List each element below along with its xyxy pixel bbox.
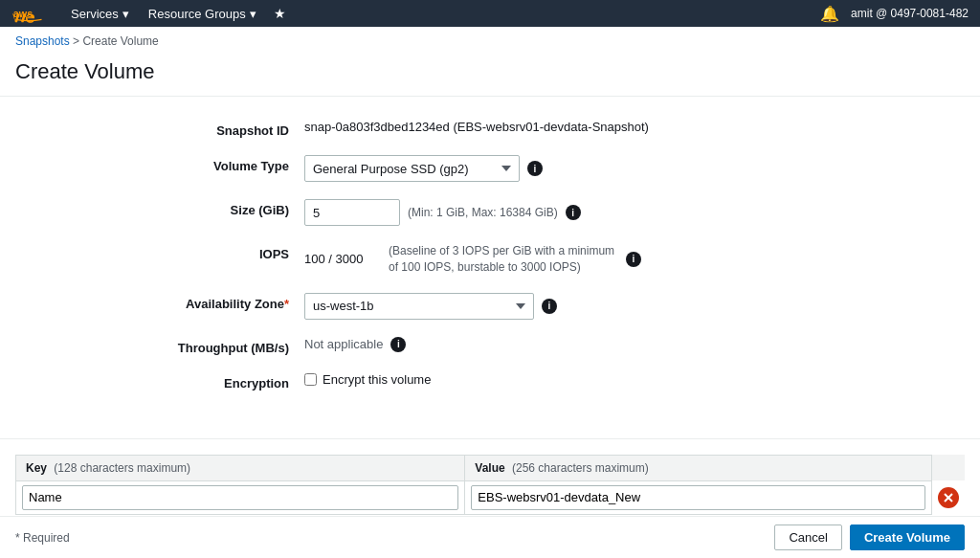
snapshot-id-row: Snapshot ID snap-0a803f3dbed1234ed (EBS-… xyxy=(132,120,848,138)
iops-value: 100 / 3000 (Baseline of 3 IOPS per GiB w… xyxy=(304,243,848,276)
throughput-value: Not applicable i xyxy=(304,337,848,352)
snapshot-id-text: snap-0a803f3dbed1234ed (EBS-websrv01-dev… xyxy=(304,120,649,134)
availability-zone-value: us-west-1a us-west-1b us-west-1c i xyxy=(304,293,848,320)
services-chevron-icon: ▾ xyxy=(122,7,129,21)
size-info-icon[interactable]: i xyxy=(566,205,581,220)
encrypt-label[interactable]: Encrypt this volume xyxy=(323,372,431,387)
snapshot-id-value: snap-0a803f3dbed1234ed (EBS-websrv01-dev… xyxy=(304,120,848,134)
volume-type-value: General Purpose SSD (gp2) Provisioned IO… xyxy=(304,155,848,182)
availability-zone-label: Availability Zone* xyxy=(132,293,304,311)
notifications-bell-icon[interactable]: 🔔 xyxy=(820,5,839,23)
cancel-button[interactable]: Cancel xyxy=(774,525,841,550)
create-volume-form: Snapshot ID snap-0a803f3dbed1234ed (EBS-… xyxy=(117,97,863,431)
value-column-header: Value (256 characters maximum) xyxy=(465,455,931,480)
iops-desc: (Baseline of 3 IOPS per GiB with a minim… xyxy=(389,243,618,276)
iops-row: IOPS 100 / 3000 (Baseline of 3 IOPS per … xyxy=(132,243,848,276)
encrypt-checkbox[interactable] xyxy=(304,373,317,386)
resource-groups-menu[interactable]: Resource Groups ▾ xyxy=(139,0,266,27)
throughput-text: Not applicable xyxy=(304,337,383,351)
iops-info-icon[interactable]: i xyxy=(626,252,641,267)
tags-table: Key (128 characters maximum) Value (256 … xyxy=(15,455,965,515)
throughput-info-icon[interactable]: i xyxy=(390,337,406,352)
volume-type-row: Volume Type General Purpose SSD (gp2) Pr… xyxy=(132,155,848,182)
favorites-star-icon[interactable]: ★ xyxy=(266,6,294,21)
resource-groups-label: Resource Groups xyxy=(148,7,246,21)
tag-value-cell xyxy=(465,480,931,514)
throughput-row: Throughput (MB/s) Not applicable i xyxy=(132,337,848,355)
size-value: (Min: 1 GiB, Max: 16384 GiB) i xyxy=(304,199,848,226)
svg-text:aws: aws xyxy=(13,9,33,20)
volume-type-label: Volume Type xyxy=(132,155,304,173)
tag-key-cell xyxy=(16,480,465,514)
availability-zone-select[interactable]: us-west-1a us-west-1b us-west-1c xyxy=(304,293,534,320)
table-row xyxy=(16,480,965,514)
tag-value-input[interactable] xyxy=(471,485,924,510)
page-title: Create Volume xyxy=(0,56,980,97)
nav-right: 🔔 amit @ 0497-0081-482 xyxy=(820,5,969,23)
breadcrumb-snapshots-link[interactable]: Snapshots xyxy=(15,34,70,48)
breadcrumb-current: Create Volume xyxy=(82,34,158,48)
availability-zone-row: Availability Zone* us-west-1a us-west-1b… xyxy=(132,293,848,320)
size-row: Size (GiB) (Min: 1 GiB, Max: 16384 GiB) … xyxy=(132,199,848,226)
breadcrumb-separator: > xyxy=(70,34,83,48)
footer-actions: Cancel Create Volume xyxy=(774,525,965,550)
throughput-label: Throughput (MB/s) xyxy=(132,337,304,355)
services-label: Services xyxy=(71,7,119,21)
tag-remove-cell xyxy=(931,480,965,514)
aws-logo[interactable]: aws xyxy=(11,3,46,24)
tag-key-input[interactable] xyxy=(22,485,458,510)
iops-label: IOPS xyxy=(132,243,304,261)
size-label: Size (GiB) xyxy=(132,199,304,217)
required-note: * Required xyxy=(15,531,70,545)
snapshot-id-label: Snapshot ID xyxy=(132,120,304,138)
size-hint: (Min: 1 GiB, Max: 16384 GiB) xyxy=(408,206,558,219)
key-column-header: Key (128 characters maximum) xyxy=(16,455,465,480)
tags-tbody xyxy=(16,480,965,514)
az-info-icon[interactable]: i xyxy=(542,299,557,314)
user-menu[interactable]: amit @ 0497-0081-482 xyxy=(851,7,969,20)
volume-type-select[interactable]: General Purpose SSD (gp2) Provisioned IO… xyxy=(304,155,520,182)
footer: * Required Cancel Create Volume xyxy=(0,516,980,558)
iops-number: 100 / 3000 xyxy=(304,252,381,266)
svg-line-2 xyxy=(945,494,952,502)
encryption-value: Encrypt this volume xyxy=(304,372,848,387)
top-navigation: aws Services ▾ Resource Groups ▾ ★ 🔔 ami… xyxy=(0,0,980,27)
create-volume-button[interactable]: Create Volume xyxy=(850,525,965,550)
tags-header-row: Key (128 characters maximum) Value (256 … xyxy=(16,455,965,480)
encryption-label: Encryption xyxy=(132,372,304,391)
volume-type-info-icon[interactable]: i xyxy=(527,161,543,176)
remove-tag-button[interactable] xyxy=(938,487,959,508)
remove-column-header xyxy=(931,455,965,480)
encryption-row: Encryption Encrypt this volume xyxy=(132,372,848,391)
breadcrumb: Snapshots > Create Volume xyxy=(0,27,980,56)
services-menu[interactable]: Services ▾ xyxy=(61,0,139,27)
resource-groups-chevron-icon: ▾ xyxy=(250,7,256,21)
svg-line-3 xyxy=(945,494,952,502)
size-input[interactable] xyxy=(304,199,400,226)
